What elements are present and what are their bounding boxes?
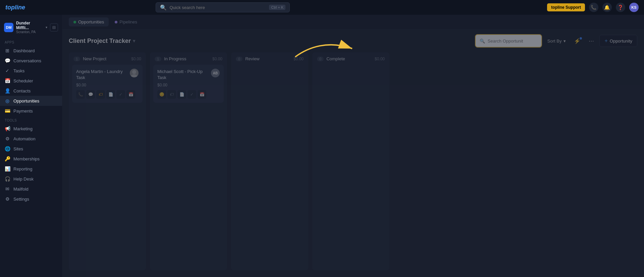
col-amount: $0.00 (212, 57, 222, 61)
sidebar-item-automation[interactable]: ⚙ Automation (0, 134, 62, 144)
sort-button[interactable]: Sort By ▾ (545, 37, 569, 46)
automation-icon: ⚙ (5, 136, 10, 141)
card-check-button[interactable]: ✓ (116, 90, 125, 99)
search-icon: 🔍 (160, 4, 167, 11)
contacts-icon: 👤 (5, 88, 10, 93)
more-button[interactable]: ⋯ (586, 36, 597, 46)
card-check-button[interactable]: ✓ (187, 90, 196, 99)
subnav-pipelines[interactable]: Pipelines (110, 17, 142, 26)
top-nav: topline 🔍 Ctrl + K topline Support 📞 🔔 ❓… (0, 0, 644, 15)
filter-active-dot (580, 37, 582, 40)
sidebar-item-tasks[interactable]: ✓ Tasks (0, 66, 62, 76)
sidebar-item-sites[interactable]: 🌐 Sites (0, 144, 62, 154)
phone-icon[interactable]: 📞 (589, 3, 598, 12)
help-icon[interactable]: ❓ (616, 3, 625, 12)
user-avatar[interactable]: KS (629, 3, 639, 12)
kanban-card[interactable]: Michael Scott - Pick-Up Task AB $0.00 😊 … (153, 65, 224, 103)
sidebar-item-label: Scheduler (13, 78, 33, 83)
scheduler-icon: 📅 (5, 78, 10, 83)
sidebar-item-label: Dashboard (13, 48, 35, 53)
col-count: 0 (317, 57, 324, 61)
col-name: Review (245, 56, 260, 61)
col-count: 1 (73, 57, 80, 61)
card-top: Angela Martin - Laundry Task (76, 69, 139, 81)
sites-icon: 🌐 (5, 146, 10, 151)
sidebar-item-dashboard[interactable]: ⊞ Dashboard (0, 46, 62, 56)
sort-chevron-icon: ▾ (564, 39, 566, 44)
sidebar-item-mailfold[interactable]: ✉ Mailfold (0, 184, 62, 194)
marketing-icon: 📢 (5, 126, 10, 131)
pipelines-dot (115, 21, 117, 23)
board-title: Client Project Tracker (69, 38, 131, 45)
kanban-board: 1 New Project $0.00 Angela Martin - Laun… (62, 52, 644, 277)
card-avatar: AB (211, 69, 220, 77)
notifications-icon[interactable]: 🔔 (602, 3, 612, 12)
sidebar-item-label: Contacts (13, 88, 31, 93)
sidebar-item-label: Memberships (13, 156, 40, 161)
plus-icon: + (604, 38, 607, 44)
kanban-col-complete: 0 Complete $0.00 (312, 52, 389, 270)
card-chat-button[interactable]: 💬 (86, 90, 95, 99)
expand-sidebar-button[interactable]: ⊟ (50, 23, 58, 31)
sidebar-item-payments[interactable]: 💳 Payments (0, 106, 62, 116)
sidebar-item-settings[interactable]: ⚙ Settings (0, 194, 62, 204)
add-opportunity-button[interactable]: + Opportunity (599, 35, 637, 47)
workspace-header[interactable]: DM Dunder Miffli... Scranton, PA ▾ ⊟ (0, 19, 62, 38)
card-avatar (130, 69, 139, 77)
sidebar-item-conversations[interactable]: 💬 Conversations (0, 56, 62, 66)
reporting-icon: 📊 (5, 166, 10, 171)
sidebar-item-reporting[interactable]: 📊 Reporting (0, 164, 62, 174)
sidebar-item-contacts[interactable]: 👤 Contacts (0, 86, 62, 96)
global-search-input[interactable] (169, 5, 266, 10)
col-amount: $0.00 (131, 57, 141, 61)
col-count: 1 (155, 57, 161, 61)
sidebar-item-label: Automation (13, 136, 36, 141)
add-opportunity-label: Opportunity (610, 39, 632, 44)
mailfold-icon: ✉ (5, 186, 10, 192)
sidebar-item-label: Reporting (13, 166, 32, 171)
subnav-pipelines-label: Pipelines (119, 19, 137, 24)
col-amount: $0.00 (293, 57, 304, 61)
helpdesk-icon: 🎧 (5, 176, 10, 182)
col-amount: $0.00 (375, 57, 385, 61)
search-opportunity-input[interactable] (488, 39, 537, 44)
avatar-image-icon (130, 69, 139, 77)
workspace-name: Dunder Miffli... (16, 21, 43, 30)
sidebar-item-opportunities[interactable]: ◎ Opportunities (0, 96, 62, 106)
col-count: 0 (236, 57, 243, 61)
dashboard-icon: ⊞ (5, 48, 10, 53)
kanban-card[interactable]: Angela Martin - Laundry Task $0.00 📞 (72, 65, 143, 103)
main-content: Opportunities Pipelines Client Project T… (62, 15, 644, 277)
sidebar-item-label: Conversations (13, 58, 41, 63)
col-header-in-progress: 1 In Progress $0.00 (150, 52, 227, 65)
tasks-icon: ✓ (5, 68, 10, 73)
subnav: Opportunities Pipelines (62, 15, 644, 29)
sidebar-item-memberships[interactable]: 🔑 Memberships (0, 154, 62, 164)
kanban-cards (312, 65, 389, 270)
board-title-button[interactable]: Client Project Tracker ▾ (69, 38, 135, 45)
sidebar-item-marketing[interactable]: 📢 Marketing (0, 124, 62, 134)
subnav-opportunities[interactable]: Opportunities (69, 17, 109, 26)
svg-point-0 (132, 70, 136, 74)
card-doc-button[interactable]: 📄 (106, 90, 115, 99)
card-doc-button[interactable]: 📄 (177, 90, 186, 99)
sidebar-item-helpdesk[interactable]: 🎧 Help Desk (0, 174, 62, 184)
nav-right: topline Support 📞 🔔 ❓ KS (547, 3, 639, 12)
card-emoji-button[interactable]: 😊 (157, 90, 166, 99)
settings-icon: ⚙ (5, 196, 10, 202)
card-tag-button[interactable]: 🏷 (167, 90, 176, 99)
sidebar-item-label: Help Desk (13, 177, 34, 182)
search-opportunity-box[interactable]: 🔍 (475, 34, 542, 48)
subnav-opportunities-label: Opportunities (78, 19, 104, 24)
memberships-icon: 🔑 (5, 156, 10, 161)
card-calendar-button[interactable]: 📅 (198, 90, 206, 99)
card-tag-button[interactable]: 🏷 (96, 90, 105, 99)
global-search[interactable]: 🔍 Ctrl + K (156, 2, 290, 12)
sidebar-item-scheduler[interactable]: 📅 Scheduler (0, 76, 62, 86)
card-title: Angela Martin - Laundry Task (76, 69, 130, 81)
sidebar-item-label: Opportunities (13, 98, 39, 103)
filter-button[interactable]: ⚡ (571, 36, 583, 46)
card-phone-button[interactable]: 📞 (76, 90, 85, 99)
support-button[interactable]: topline Support (547, 3, 585, 11)
card-calendar-button[interactable]: 📅 (126, 90, 135, 99)
